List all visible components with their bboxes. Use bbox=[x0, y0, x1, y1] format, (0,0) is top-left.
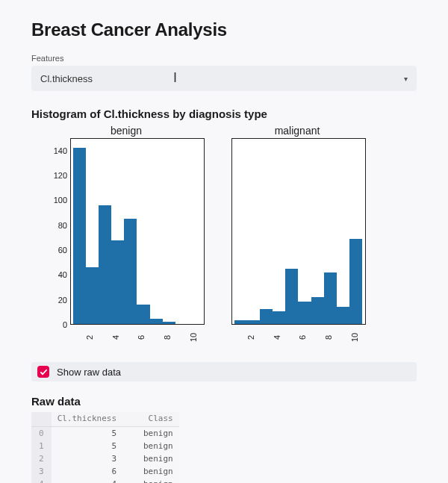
x-tick: 10 bbox=[350, 329, 363, 346]
x-tick bbox=[260, 329, 273, 346]
x-tick: 10 bbox=[189, 329, 202, 346]
bar bbox=[285, 269, 298, 324]
table-row: 36benign bbox=[31, 465, 179, 478]
y-tick: 20 bbox=[58, 296, 67, 305]
x-tick bbox=[124, 329, 137, 346]
features-select[interactable]: Cl.thickness ▾ I bbox=[31, 66, 417, 91]
x-tick: 4 bbox=[111, 329, 124, 346]
col-feature: Cl.thickness bbox=[52, 412, 122, 427]
x-tick bbox=[150, 329, 163, 346]
text-cursor-icon: I bbox=[173, 70, 177, 86]
col-class: Class bbox=[122, 412, 179, 427]
checkmark-icon bbox=[37, 366, 49, 378]
x-tick: 8 bbox=[324, 329, 337, 346]
table-row: 44benign bbox=[31, 478, 179, 483]
raw-data-heading: Raw data bbox=[31, 395, 417, 408]
y-tick: 120 bbox=[54, 171, 67, 180]
row-feature: 4 bbox=[52, 478, 122, 483]
y-tick: 140 bbox=[54, 146, 67, 155]
bar bbox=[311, 297, 324, 324]
x-tick: 6 bbox=[137, 329, 149, 346]
x-axis: 246810 bbox=[231, 329, 366, 346]
row-index: 3 bbox=[31, 465, 52, 478]
x-tick: 2 bbox=[85, 329, 98, 346]
row-feature: 5 bbox=[52, 440, 122, 452]
row-index: 1 bbox=[31, 440, 52, 452]
x-axis: 246810 bbox=[70, 329, 205, 346]
bar bbox=[163, 322, 175, 324]
x-tick: 2 bbox=[246, 329, 259, 346]
plot-area bbox=[231, 138, 366, 325]
chart-title: benign bbox=[111, 125, 142, 137]
chevron-down-icon: ▾ bbox=[404, 75, 408, 83]
x-tick bbox=[175, 329, 188, 346]
select-label: Features bbox=[31, 54, 417, 63]
x-tick bbox=[311, 329, 324, 346]
bar bbox=[324, 272, 337, 324]
x-tick bbox=[285, 329, 298, 346]
x-tick: 8 bbox=[163, 329, 175, 346]
row-index: 4 bbox=[31, 478, 52, 483]
show-raw-data-checkbox[interactable]: Show raw data bbox=[31, 362, 417, 381]
bar bbox=[124, 219, 137, 324]
bar bbox=[349, 239, 362, 324]
bar bbox=[247, 320, 260, 324]
bar bbox=[73, 148, 86, 324]
page-title: Breast Cancer Analysis bbox=[31, 19, 417, 40]
row-feature: 3 bbox=[52, 452, 122, 465]
y-tick: 60 bbox=[58, 246, 67, 255]
raw-data-table: Cl.thickness Class 05benign15benign23ben… bbox=[31, 412, 179, 483]
bar bbox=[99, 205, 111, 324]
y-tick: 40 bbox=[58, 270, 67, 279]
x-tick: 6 bbox=[298, 329, 311, 346]
row-feature: 6 bbox=[52, 465, 122, 478]
bar bbox=[337, 307, 349, 324]
bar bbox=[86, 267, 99, 324]
row-class: benign bbox=[122, 452, 179, 465]
bar bbox=[273, 311, 285, 324]
chart-benign: benign020406080100120140246810 bbox=[48, 125, 205, 346]
histogram-heading: Histogram of Cl.thickness by diagnosis t… bbox=[31, 107, 417, 120]
y-tick: 100 bbox=[54, 196, 67, 205]
plot-area bbox=[70, 138, 205, 325]
table-row: 05benign bbox=[31, 427, 179, 440]
table-row: 15benign bbox=[31, 440, 179, 452]
charts-container: benign020406080100120140246810malignant0… bbox=[48, 125, 417, 346]
row-class: benign bbox=[122, 478, 179, 483]
x-tick bbox=[99, 329, 111, 346]
bar bbox=[260, 309, 273, 324]
x-tick bbox=[72, 329, 85, 346]
x-tick bbox=[234, 329, 246, 346]
row-index: 0 bbox=[31, 427, 52, 440]
x-tick: 4 bbox=[273, 329, 285, 346]
row-feature: 5 bbox=[52, 427, 122, 440]
chart-title: malignant bbox=[275, 125, 320, 137]
row-class: benign bbox=[122, 440, 179, 452]
bar bbox=[298, 302, 311, 324]
x-tick bbox=[337, 329, 349, 346]
show-raw-data-label: Show raw data bbox=[57, 367, 121, 378]
bar bbox=[137, 305, 149, 324]
y-axis: 020406080100120140 bbox=[48, 138, 70, 325]
col-index bbox=[31, 412, 52, 427]
y-tick: 0 bbox=[63, 320, 67, 329]
chart-malignant: malignant020406080100120140246810 bbox=[228, 125, 366, 346]
table-row: 23benign bbox=[31, 452, 179, 465]
row-class: benign bbox=[122, 427, 179, 440]
features-select-value: Cl.thickness bbox=[40, 73, 93, 84]
row-class: benign bbox=[122, 465, 179, 478]
bar bbox=[150, 319, 163, 324]
bar bbox=[234, 320, 247, 324]
bar bbox=[111, 240, 124, 324]
row-index: 2 bbox=[31, 452, 52, 465]
y-tick: 80 bbox=[58, 221, 67, 230]
